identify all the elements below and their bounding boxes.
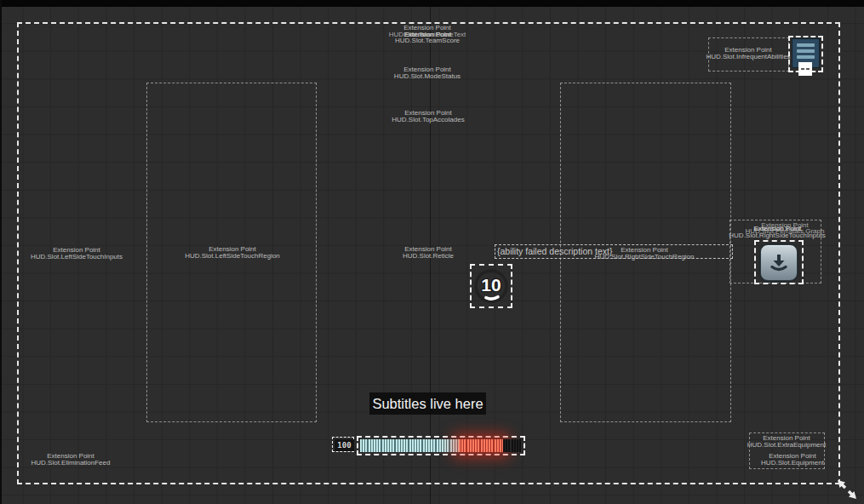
ep-label-modestatus: Extension Point HUD.Slot.ModeStatus [394,66,461,79]
window-left-strip [0,0,2,504]
ep-label-topaccolades: Extension Point HUD.Slot.TopAccolades [392,110,464,123]
health-bar-filled [360,439,459,452]
subtitle-placeholder[interactable]: Subtitles live here [369,392,486,415]
ep-label-infrequentabilities: Extension Point HUD.Slot.InfrequentAbili… [706,47,790,60]
scoreboard-icon-tail [798,62,812,76]
health-bar-damage [459,439,503,452]
health-bar-empty [503,439,521,452]
ep-label-equipment: Extension Point HUD.Slot.Equipment [761,453,824,466]
health-value: 100 [335,439,354,451]
ep-label-reticle: Extension Point HUD.Slot.Reticle [403,246,454,259]
ep-label-extraequipment: Extension Point HUD.Slot.ExtraEquipment [747,435,826,448]
ep-label-rightsidetouchinputs-slot: HUD.Slot.RightSideTouchInputs [729,232,825,239]
resize-diagonal-icon[interactable] [835,478,859,501]
ep-label-eliminationfeed: Extension Point HUD.Slot.EliminationFeed [31,453,111,466]
download-arrow-icon [768,252,790,274]
ep-label-teamscore-slot: HUD.Slot.TeamScore [395,37,460,44]
window-top-strip [0,0,864,7]
weapon-swap-button[interactable] [760,244,798,281]
ep-label-leftsidetouchregion: Extension Point HUD.Slot.LeftSideTouchRe… [185,246,280,259]
ep-label-leftsidetouchinputs: Extension Point HUD.Slot.LeftSideTouchIn… [31,247,123,260]
ep-label-rightsidetouchregion: Extension Point HUD.Slot.RightSideTouchR… [595,247,695,260]
hud-layout-canvas: Extension Point HUD.Slot.TeamScoreText E… [0,0,864,504]
cooldown-value: 10 [470,264,512,308]
